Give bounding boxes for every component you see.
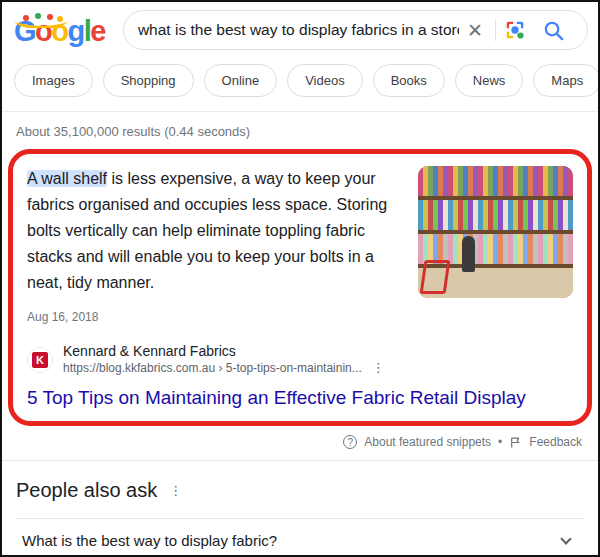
snippet-body: is less expensive, a way to keep your fa… [27, 170, 387, 291]
result-stats: About 35,100,000 results (0.44 seconds) [2, 112, 598, 147]
kennard-favicon-icon: K [32, 352, 48, 368]
people-also-ask-title: People also ask [16, 479, 157, 502]
tab-news[interactable]: News [455, 64, 524, 97]
snippet-thumbnail-image[interactable] [418, 166, 573, 298]
help-icon[interactable]: ? [343, 435, 357, 449]
people-also-ask-header: People also ask ⋮ [16, 479, 584, 502]
snippet-highlight: A wall shelf [27, 170, 107, 187]
tab-books[interactable]: Books [373, 64, 445, 97]
snippet-footer: ? About featured snippets • Feedback [2, 426, 598, 456]
logo-letter: G [14, 15, 35, 47]
source-info: Kennard & Kennard Fabrics https://blog.k… [63, 342, 387, 377]
more-options-icon[interactable]: ⋮ [370, 360, 387, 377]
about-featured-snippets-link[interactable]: About featured snippets [364, 435, 491, 449]
google-search-results-page: Google ✕ [0, 0, 600, 557]
tab-online[interactable]: Online [204, 64, 278, 97]
logo-letter: o [35, 15, 51, 47]
source-url: https://blog.kkfabrics.com.au › 5-top-ti… [63, 360, 387, 377]
logo-letter: e [90, 15, 105, 47]
featured-snippet-annotation: A wall shelf is less expensive, a way to… [8, 149, 592, 426]
source-url-text: https://blog.kkfabrics.com.au › 5-top-ti… [63, 361, 362, 377]
result-title-link[interactable]: 5 Top Tips on Maintaining an Effective F… [27, 387, 573, 409]
paa-menu-icon[interactable]: ⋮ [169, 483, 182, 498]
logo-letter: o [51, 15, 67, 47]
tab-videos[interactable]: Videos [287, 64, 363, 97]
red-cart [420, 260, 451, 294]
person-figure [462, 236, 475, 272]
tab-shopping[interactable]: Shopping [103, 64, 194, 97]
snippet-date: Aug 16, 2018 [27, 304, 404, 330]
chevron-down-icon[interactable] [560, 533, 571, 544]
featured-snippet: A wall shelf is less expensive, a way to… [27, 166, 573, 330]
site-favicon: K [27, 347, 53, 373]
result-source[interactable]: K Kennard & Kennard Fabrics https://blog… [27, 342, 573, 377]
paa-question-text: What is the best way to display fabric? [22, 532, 277, 549]
logo-letter: g [68, 15, 84, 47]
people-also-ask-section: People also ask ⋮ What is the best way t… [2, 461, 598, 557]
lens-icon[interactable] [496, 19, 534, 41]
fabric-shelf-row [418, 200, 573, 230]
dot-separator: • [498, 435, 502, 449]
paa-question-row[interactable]: What is the best way to display fabric? [16, 518, 584, 557]
flag-icon [509, 436, 522, 449]
snippet-text: A wall shelf is less expensive, a way to… [27, 166, 404, 330]
snippet-feedback-link[interactable]: Feedback [529, 435, 582, 449]
filter-tabs: Images Shopping Online Videos Books News… [2, 56, 598, 112]
header: Google ✕ [2, 2, 598, 56]
google-logo[interactable]: Google [12, 15, 111, 46]
tab-maps[interactable]: Maps [533, 64, 598, 97]
search-box: ✕ [123, 10, 588, 50]
fabric-shelf-row [418, 166, 573, 196]
google-logo-text: Google [14, 15, 105, 47]
tab-images[interactable]: Images [14, 64, 93, 97]
clear-icon[interactable]: ✕ [459, 21, 495, 40]
source-name: Kennard & Kennard Fabrics [63, 342, 387, 360]
search-input[interactable] [138, 21, 459, 39]
search-icon[interactable] [534, 19, 573, 42]
